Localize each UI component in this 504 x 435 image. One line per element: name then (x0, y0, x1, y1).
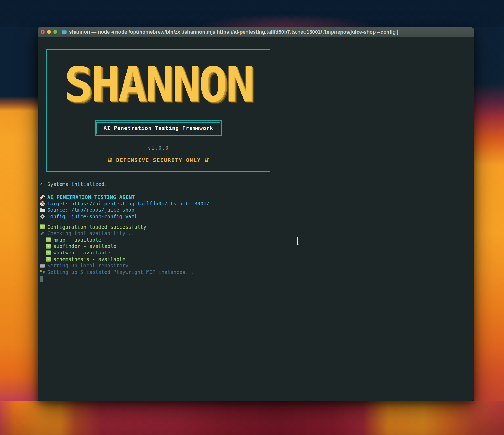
terminal-line: Setting up 5 isolated Playwright MCP ins… (40, 269, 474, 275)
terminal-line: Target: https://ai-pentesting.tailfd50b7… (40, 200, 474, 207)
version-label: v1.0.0 (47, 145, 270, 151)
window-title: shannon — node ◂ node /opt/homebrew/bin/… (69, 29, 471, 35)
check-box-icon (46, 243, 51, 249)
traffic-lights (41, 30, 57, 34)
target-icon (40, 201, 45, 206)
folder-icon (40, 207, 45, 213)
shannon-ascii-logo: SHANNON (47, 61, 270, 108)
terminal-line: Checking tool availability... (40, 230, 474, 237)
terminal-body[interactable]: SHANNON AI Penetration Testing Framework… (38, 37, 474, 401)
blank-line (40, 188, 474, 194)
terminal-line: ✓ Systems initialized. (40, 181, 474, 188)
terminal-line: Config: juice-shop-config.yaml (40, 213, 474, 220)
terminal-cursor (40, 276, 43, 282)
section-divider (40, 222, 230, 222)
window-titlebar[interactable]: shannon — node ◂ node /opt/homebrew/bin/… (38, 27, 474, 37)
gear-icon (40, 214, 45, 219)
terminal-window: shannon — node ◂ node /opt/homebrew/bin/… (38, 27, 474, 401)
wrench-icon (40, 230, 45, 236)
check-box-icon (46, 237, 51, 243)
terminal-line: Source: /tmp/repos/juice-shop (40, 207, 474, 213)
framework-subtitle-box: AI Penetration Testing Framework (95, 120, 222, 136)
check-box-icon (46, 250, 51, 256)
rocket-icon (40, 194, 45, 200)
close-button[interactable] (41, 30, 45, 34)
wallpaper-left-strip (0, 27, 38, 401)
lock-icon (107, 157, 113, 163)
security-notice: DEFENSIVE SECURITY ONLY (47, 157, 270, 163)
ibeam-mouse-cursor (295, 236, 300, 246)
terminal-line: schemathesis - available (40, 256, 474, 263)
zoom-button[interactable] (53, 30, 57, 34)
terminal-line: Setting up local repository... (40, 262, 474, 269)
wallpaper-right-strip (474, 27, 504, 401)
terminal-line: nmap - available (40, 237, 474, 243)
terminal-line: AI PENETRATION TESTING AGENT (40, 194, 474, 200)
check-box-icon (46, 256, 51, 262)
security-notice-text: DEFENSIVE SECURITY ONLY (116, 157, 201, 163)
terminal-line: whatweb - available (40, 250, 474, 256)
terminal-line: Configuration loaded successfully (40, 224, 474, 230)
folder-proxy-icon[interactable] (61, 29, 67, 35)
wallpaper-bottom-strip (0, 401, 504, 435)
check-box-icon (40, 224, 45, 230)
theater-masks-icon (40, 269, 45, 275)
minimize-button[interactable] (47, 30, 51, 34)
framework-subtitle: AI Penetration Testing Framework (96, 122, 220, 134)
lock-icon (204, 157, 210, 163)
check-mark-icon: ✓ (40, 181, 45, 188)
terminal-output: ✓ Systems initialized. AI PENETRATION TE… (40, 181, 474, 282)
terminal-line: subfinder - available (40, 243, 474, 250)
folder-icon (40, 263, 45, 268)
shannon-banner-box: SHANNON AI Penetration Testing Framework… (46, 49, 270, 172)
